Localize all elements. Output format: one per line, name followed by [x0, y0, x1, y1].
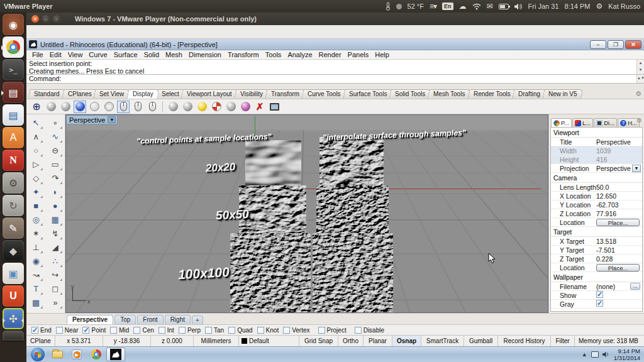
- software-center-icon[interactable]: A: [3, 127, 24, 148]
- user-name-label[interactable]: Kat Russo: [608, 3, 640, 10]
- filter-pane[interactable]: Filter: [551, 336, 575, 346]
- software-updater-icon[interactable]: ↻: [3, 195, 24, 216]
- fullscreen-display-icon[interactable]: [268, 101, 280, 113]
- minimize-icon[interactable]: –: [42, 15, 50, 23]
- osnap-end[interactable]: End: [31, 327, 52, 334]
- tan-checkbox[interactable]: [205, 327, 212, 334]
- viewtab-top[interactable]: Top: [114, 315, 136, 324]
- time-label[interactable]: 8:14 PM: [565, 3, 591, 10]
- smarttrack-pane[interactable]: SmartTrack: [421, 336, 464, 346]
- perspective-viewport[interactable]: "control points at sample locations" "in…: [65, 114, 548, 313]
- camera-view-icon[interactable]: [225, 101, 237, 113]
- inkscape-icon[interactable]: ◆: [3, 240, 24, 261]
- taskbar-clock[interactable]: 9:14 PM 1/31/2014: [614, 348, 641, 361]
- vmware-player-icon[interactable]: ✣: [3, 308, 24, 329]
- chrome-taskbar-icon[interactable]: [87, 348, 106, 361]
- rhino-titlebar[interactable]: Untitled - Rhinoceros (Educational) (64-…: [26, 39, 644, 50]
- tab-curve-tools[interactable]: Curve Tools: [301, 89, 347, 99]
- panel-gear-icon[interactable]: ⚙: [636, 117, 642, 124]
- point-checkbox[interactable]: [82, 327, 89, 334]
- close-icon[interactable]: ✕: [31, 15, 39, 23]
- osnap-mid[interactable]: Mid: [110, 327, 129, 334]
- osnap-point[interactable]: Point: [82, 327, 106, 334]
- fillet-icon[interactable]: ↝: [28, 268, 43, 282]
- tab-display[interactable]: Display: [126, 89, 159, 99]
- session-gear-icon[interactable]: ⚙: [596, 3, 602, 10]
- new-viewport-icon[interactable]: +: [192, 315, 203, 324]
- command-spinner[interactable]: ▲▼: [636, 75, 644, 83]
- tab-new-in-v5[interactable]: New in V5: [543, 89, 584, 99]
- osnap-project[interactable]: Project: [318, 327, 347, 334]
- menu-solid[interactable]: Solid: [141, 51, 162, 58]
- move-points-icon[interactable]: ◻: [48, 282, 63, 295]
- n-app-icon[interactable]: N: [3, 150, 24, 171]
- volume-icon[interactable]: [514, 3, 523, 10]
- command-history[interactable]: Select insertion point: Creating meshes.…: [26, 60, 644, 75]
- quad-checkbox[interactable]: [228, 327, 235, 334]
- osnap-quad[interactable]: Quad: [228, 327, 252, 334]
- ghosted-viewport-icon[interactable]: [88, 101, 101, 113]
- menu-analyze[interactable]: Analyze: [284, 51, 315, 58]
- thermometer-icon[interactable]: [386, 2, 391, 11]
- osnap-vertex[interactable]: Vertex: [283, 327, 309, 334]
- menu-surface[interactable]: Surface: [111, 51, 141, 58]
- rectangle-icon[interactable]: ▭: [48, 157, 63, 171]
- shaded-all-icon[interactable]: [59, 101, 72, 113]
- project-checkbox[interactable]: [318, 327, 325, 334]
- browse-file-button[interactable]: ...: [630, 283, 640, 290]
- more-tools-icon[interactable]: »: [48, 295, 63, 309]
- temperature-label[interactable]: 52 °F: [408, 3, 424, 10]
- keyboard-layout-indicator[interactable]: En: [442, 3, 453, 10]
- gimp-icon[interactable]: ✎: [3, 217, 24, 239]
- torus-icon[interactable]: ◎: [28, 212, 43, 226]
- ubuntu-one-icon[interactable]: U: [3, 285, 24, 307]
- camera-place-button[interactable]: Place...: [596, 219, 640, 226]
- tab-viewport-layout[interactable]: Viewport Layout: [181, 89, 238, 99]
- wireframe-viewport-icon[interactable]: ⊕: [30, 101, 43, 113]
- tab-transform[interactable]: Transform: [265, 89, 305, 99]
- osnap-tan[interactable]: Tan: [205, 327, 224, 334]
- menu-file[interactable]: File: [29, 51, 47, 58]
- grid-snap-pane[interactable]: Grid Snap: [299, 336, 338, 346]
- menu-view[interactable]: View: [65, 51, 86, 58]
- cen-checkbox[interactable]: [133, 327, 140, 334]
- trim-icon[interactable]: ⊥: [28, 240, 43, 254]
- circle-icon[interactable]: ○: [28, 143, 43, 157]
- artistic-viewport-icon[interactable]: [181, 101, 194, 113]
- technical-viewport-icon[interactable]: [167, 101, 179, 113]
- menu-panels[interactable]: Panels: [345, 51, 372, 58]
- surface-from-points-icon[interactable]: ✦: [28, 185, 43, 199]
- end-checkbox[interactable]: [31, 327, 38, 334]
- minimize-icon[interactable]: –: [590, 40, 606, 49]
- tab-surface-tools[interactable]: Surface Tools: [343, 89, 393, 99]
- tab-solid-tools[interactable]: Solid Tools: [389, 89, 431, 99]
- vmware-titlebar[interactable]: ✕ – ▫ Windows 7 - VMware Player (Non-com…: [26, 13, 644, 25]
- perp-checkbox[interactable]: [179, 327, 186, 334]
- explode-icon[interactable]: ✶: [28, 226, 43, 240]
- near-checkbox[interactable]: [56, 327, 63, 334]
- terminal-icon[interactable]: >_: [3, 59, 24, 80]
- array-icon[interactable]: ∴: [48, 254, 63, 268]
- viewport-title-menu[interactable]: Perspective ▼: [66, 115, 118, 124]
- wifi-icon[interactable]: [472, 3, 481, 10]
- network-icon[interactable]: [591, 351, 599, 358]
- menu-render[interactable]: Render: [316, 51, 345, 58]
- layer-cell[interactable]: Default: [239, 336, 299, 346]
- planar-pane[interactable]: Planar: [364, 336, 392, 346]
- ortho-pane[interactable]: Ortho: [338, 336, 364, 346]
- tray-expand-icon[interactable]: ▲: [582, 351, 587, 358]
- show-checkbox[interactable]: [596, 291, 603, 298]
- menu-dimension[interactable]: Dimension: [186, 51, 225, 58]
- tab-render-tools[interactable]: Render Tools: [467, 89, 516, 99]
- box-icon[interactable]: ■: [28, 199, 43, 212]
- pan-view-icon[interactable]: [131, 101, 144, 113]
- osnap-near[interactable]: Near: [56, 327, 79, 334]
- solid-tools-icon[interactable]: ▩: [28, 295, 43, 309]
- tab-drafting[interactable]: Drafting: [513, 89, 547, 99]
- command-input[interactable]: Command: ▲▼: [26, 75, 644, 84]
- close-icon[interactable]: ✕: [625, 40, 641, 49]
- record-history-pane[interactable]: Record History: [498, 336, 551, 346]
- menu-edit[interactable]: Edit: [47, 51, 65, 58]
- tab-visibility[interactable]: Visibility: [234, 89, 269, 99]
- system-settings-icon[interactable]: ⚙: [3, 172, 24, 194]
